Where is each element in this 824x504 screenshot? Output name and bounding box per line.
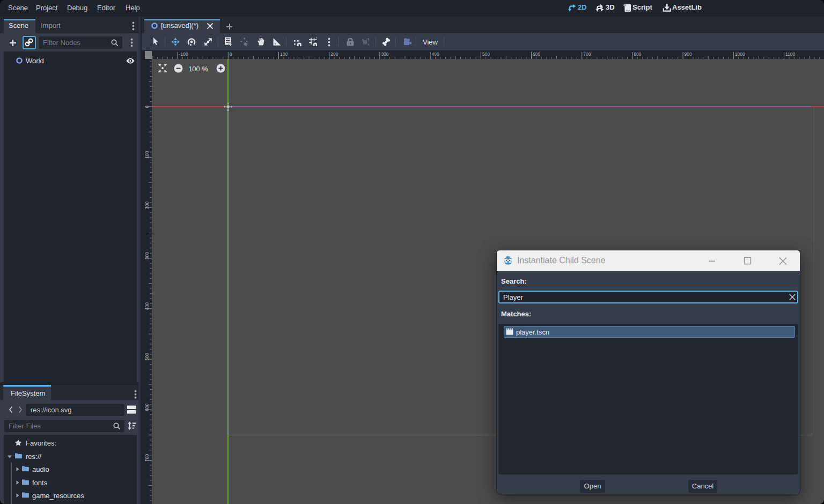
svg-text:400: 400 — [144, 302, 150, 310]
svg-text:600: 600 — [533, 51, 540, 57]
svg-text:700: 700 — [583, 51, 591, 57]
svg-text:900: 900 — [685, 51, 692, 57]
svg-text:300: 300 — [144, 252, 150, 260]
svg-text:500: 500 — [144, 353, 150, 360]
svg-text:1100: 1100 — [785, 51, 796, 57]
svg-text:200: 200 — [144, 201, 150, 209]
svg-text:300: 300 — [381, 51, 388, 57]
svg-text:0: 0 — [230, 51, 232, 57]
svg-text:500: 500 — [482, 51, 490, 57]
svg-text:200: 200 — [330, 51, 338, 57]
svg-text:0: 0 — [144, 106, 150, 108]
svg-text:600: 600 — [144, 403, 150, 411]
svg-text:1000: 1000 — [735, 51, 745, 57]
svg-text:400: 400 — [432, 51, 439, 57]
svg-text:-100: -100 — [179, 51, 188, 57]
svg-text:800: 800 — [634, 51, 641, 57]
svg-text:100: 100 — [144, 151, 150, 158]
svg-text:100: 100 — [280, 51, 288, 57]
svg-text:700: 700 — [144, 454, 150, 461]
